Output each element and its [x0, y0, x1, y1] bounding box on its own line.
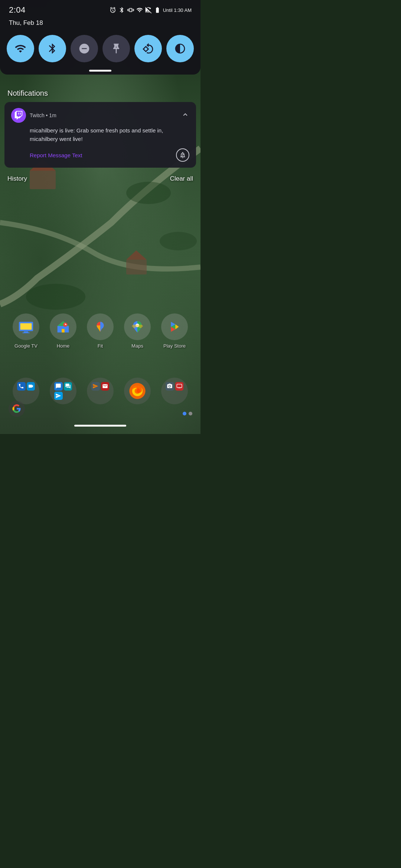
autorotate-tile-icon [142, 43, 154, 55]
date-row: Thu, Feb 18 [0, 18, 200, 32]
notif-header: Twitch • 1m [11, 108, 189, 123]
flashlight-tile-icon [110, 43, 122, 55]
maps-icon [124, 313, 151, 340]
app-fit[interactable]: Fit [87, 313, 114, 349]
play-store-icon [161, 313, 188, 340]
play-store-label: Play Store [163, 343, 186, 349]
folder-camera[interactable] [161, 378, 188, 404]
app-home[interactable]: Home [50, 313, 76, 349]
send2-mini-icon [92, 383, 98, 389]
svg-point-21 [134, 388, 140, 394]
chevron-up-icon [181, 111, 189, 119]
chat-mini-icon [65, 383, 71, 389]
app-grid: Google TV Home [0, 313, 200, 360]
folder-grid-mail [91, 382, 109, 400]
dot-1 [183, 412, 186, 415]
maps-label: Maps [131, 343, 143, 349]
app-row-1: Google TV Home [7, 313, 193, 349]
svg-marker-4 [126, 250, 147, 260]
tile-bluetooth[interactable] [39, 35, 66, 62]
clear-all-button[interactable]: Clear all [170, 175, 193, 183]
app-play-store[interactable]: Play Store [161, 313, 188, 349]
notif-expand-button[interactable] [181, 111, 189, 120]
folder-grid-camera [166, 382, 183, 400]
history-row: History Clear all [4, 171, 196, 187]
send-mini-icon [55, 393, 61, 399]
dot-2 [189, 412, 192, 415]
wifi-tile-icon [14, 43, 26, 55]
fit-icon [87, 313, 114, 340]
bluetooth-status-icon [118, 7, 125, 13]
battery-until-text: Until 1:30 AM [163, 7, 192, 13]
history-button[interactable]: History [7, 175, 27, 183]
notif-app-name: Twitch • 1m [30, 112, 56, 118]
home-label: Home [57, 343, 70, 349]
vibrate-icon [127, 7, 134, 13]
notif-actions: Report Message Text Z [11, 148, 189, 162]
app-google-tv[interactable]: Google TV [13, 313, 39, 349]
email-mini-icon [102, 383, 108, 389]
svg-rect-13 [62, 329, 65, 333]
bluetooth-tile-icon [46, 43, 58, 55]
wifi-status-icon [136, 7, 143, 13]
tile-dnd[interactable] [71, 35, 98, 62]
svg-rect-23 [177, 384, 182, 388]
firefox-icon [128, 381, 147, 401]
svg-point-7 [160, 232, 197, 250]
display-mini-icon [176, 383, 182, 389]
battery-icon [154, 7, 161, 13]
google-search-button[interactable] [8, 400, 25, 417]
tile-contrast[interactable] [166, 35, 194, 62]
date-text: Thu, Feb 18 [9, 19, 43, 27]
svg-rect-9 [20, 323, 32, 329]
notif-header-left: Twitch • 1m [11, 108, 56, 123]
status-time: 2:04 [9, 5, 26, 15]
alarm-icon [110, 7, 116, 13]
camera-mini-icon [167, 383, 173, 389]
google-tv-label: Google TV [14, 343, 38, 349]
video-mini-icon [28, 383, 34, 389]
status-bar: 2:04 Until 1:30 AM [0, 0, 200, 18]
app-maps[interactable]: Maps [124, 313, 151, 349]
twitch-notification-card[interactable]: Twitch • 1m micahilbery is live: Grab so… [4, 102, 196, 168]
notification-panel: 2:04 Until 1:30 AM Thu, Feb 18 [0, 0, 200, 75]
google-tv-icon [13, 313, 39, 340]
bottom-dots [183, 412, 192, 415]
twitch-app-icon [11, 108, 26, 123]
signal-icon [145, 7, 152, 13]
panel-pill [89, 70, 111, 72]
phone-mini-icon [18, 383, 24, 389]
notifications-section: Notifications Twitch • 1m micahilbery is… [0, 85, 200, 187]
fit-label: Fit [98, 343, 103, 349]
snooze-button[interactable]: Z [176, 148, 189, 162]
home-bar[interactable] [74, 425, 126, 427]
folder-messages[interactable] [50, 378, 76, 404]
svg-rect-3 [126, 260, 147, 274]
tile-flashlight[interactable] [102, 35, 130, 62]
svg-point-22 [169, 385, 170, 387]
folder-grid-phone-video [17, 382, 35, 400]
message-mini-icon [55, 383, 61, 389]
quick-tiles-row [0, 32, 200, 70]
tile-wifi[interactable] [7, 35, 34, 62]
svg-point-6 [26, 284, 85, 310]
status-icons: Until 1:30 AM [110, 7, 192, 13]
svg-rect-11 [22, 332, 29, 333]
svg-rect-24 [178, 388, 180, 388]
dock-row [0, 378, 200, 404]
dnd-tile-icon [78, 43, 90, 55]
folder-mail[interactable] [87, 378, 114, 404]
folder-grid-messages [54, 382, 72, 400]
contrast-tile-icon [174, 43, 186, 55]
report-message-button[interactable]: Report Message Text [30, 152, 82, 158]
notifications-label: Notifications [4, 85, 196, 102]
notif-message-body: micahilbery is live: Grab some fresh pot… [11, 126, 189, 143]
app-firefox[interactable] [124, 378, 151, 404]
tile-autorotate[interactable] [134, 35, 162, 62]
home-icon [50, 313, 76, 340]
twitch-logo [14, 111, 23, 120]
